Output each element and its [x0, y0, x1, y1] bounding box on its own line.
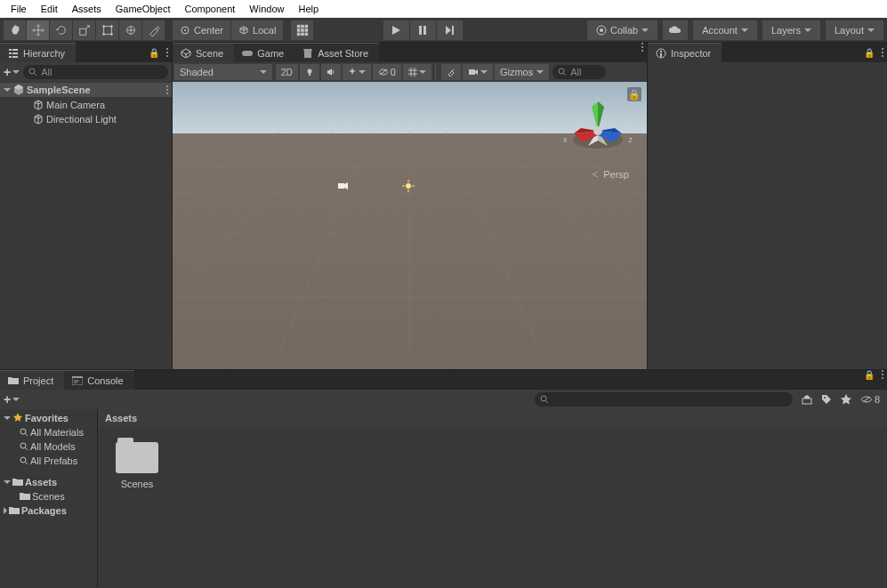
- create-dropdown[interactable]: +: [4, 392, 20, 407]
- expand-icon: [4, 480, 11, 484]
- hidden-count[interactable]: 8: [857, 391, 883, 407]
- scene-tab[interactable]: Scene: [173, 43, 234, 62]
- orientation-gizmo[interactable]: y x z Persp: [558, 91, 638, 180]
- cube-icon: [32, 99, 44, 111]
- inspector-title: Inspector: [671, 48, 711, 59]
- camera-gizmo-icon: [337, 181, 350, 190]
- persp-toggle[interactable]: Persp: [591, 169, 629, 180]
- audio-toggle[interactable]: [321, 64, 341, 80]
- panel-menu-icon[interactable]: [163, 48, 172, 57]
- shading-dropdown[interactable]: Shaded: [174, 64, 272, 80]
- rotate-tool[interactable]: [50, 20, 73, 40]
- play-button[interactable]: [383, 20, 410, 40]
- folder-scenes[interactable]: Scenes: [109, 438, 165, 489]
- panel-menu-icon[interactable]: [878, 48, 887, 57]
- menu-edit[interactable]: Edit: [34, 4, 65, 14]
- collab-dropdown[interactable]: Collab: [587, 20, 657, 40]
- pause-button[interactable]: [410, 20, 437, 40]
- hierarchy-panel: Hierarchy 🔒 + All SampleScene Main Camer…: [0, 43, 173, 369]
- scale-tool[interactable]: [73, 20, 96, 40]
- favorites-row[interactable]: Favorites: [0, 411, 97, 425]
- lock-icon[interactable]: 🔒: [860, 48, 878, 58]
- camera-toggle[interactable]: [463, 64, 493, 80]
- fav-prefabs[interactable]: All Prefabs: [0, 454, 97, 468]
- create-dropdown[interactable]: +: [4, 65, 20, 79]
- layout-dropdown[interactable]: Layout: [826, 20, 883, 40]
- axis-z-label: z: [629, 135, 633, 144]
- gizmos-dropdown[interactable]: Gizmos: [495, 64, 549, 80]
- tools-toggle[interactable]: [441, 64, 461, 80]
- game-tab[interactable]: Game: [234, 43, 294, 62]
- hierarchy-item-light[interactable]: Directional Light: [0, 112, 172, 126]
- panel-menu-icon[interactable]: [638, 43, 647, 62]
- svg-rect-64: [802, 399, 811, 404]
- search-icon: [20, 428, 28, 437]
- scenes-folder[interactable]: Scenes: [0, 489, 97, 503]
- layers-dropdown[interactable]: Layers: [762, 20, 820, 40]
- lock-icon[interactable]: 🔒: [145, 48, 163, 58]
- assets-row[interactable]: Assets: [0, 475, 97, 489]
- scene-search[interactable]: All: [552, 65, 606, 79]
- fav-models[interactable]: All Models: [0, 439, 97, 454]
- hierarchy-tab[interactable]: Hierarchy: [0, 43, 76, 62]
- menu-file[interactable]: File: [4, 4, 34, 14]
- menu-gameobject[interactable]: GameObject: [109, 4, 178, 14]
- hand-tool[interactable]: [4, 20, 27, 40]
- expand-icon: [4, 88, 11, 92]
- console-tab[interactable]: Console: [64, 370, 133, 390]
- custom-tool[interactable]: [142, 20, 165, 40]
- menu-help[interactable]: Help: [291, 4, 326, 14]
- scene-menu-icon[interactable]: [163, 85, 172, 94]
- svg-rect-13: [301, 28, 304, 32]
- scene-viewport[interactable]: 🔒 y x z Pe: [173, 82, 647, 369]
- panel-menu-icon[interactable]: [878, 370, 887, 390]
- inspector-tab[interactable]: Inspector: [648, 43, 722, 62]
- folder-icon: [7, 375, 20, 387]
- 2d-toggle[interactable]: 2D: [276, 64, 298, 80]
- inspector-panel: Inspector 🔒: [647, 43, 887, 369]
- favorite-icon[interactable]: [837, 391, 855, 407]
- project-search[interactable]: [535, 392, 793, 407]
- filter-label-icon[interactable]: [818, 391, 835, 407]
- pivot-local[interactable]: Local: [231, 20, 284, 40]
- scene-row[interactable]: SampleScene: [0, 83, 172, 97]
- lighting-toggle[interactable]: [300, 64, 319, 80]
- play-controls: [383, 20, 464, 40]
- snap-tool[interactable]: [291, 20, 314, 40]
- filter-type-icon[interactable]: [798, 391, 816, 407]
- svg-point-49: [406, 183, 411, 189]
- menu-assets[interactable]: Assets: [65, 4, 109, 14]
- inspector-icon: [655, 47, 667, 60]
- step-button[interactable]: [437, 20, 464, 40]
- svg-rect-17: [304, 32, 308, 36]
- asset-store-tab[interactable]: Asset Store: [294, 43, 379, 62]
- cube-icon: [32, 113, 44, 125]
- project-tab[interactable]: Project: [0, 370, 64, 390]
- hidden-toggle[interactable]: 0: [373, 64, 401, 80]
- packages-row[interactable]: Packages: [0, 503, 97, 518]
- grid-toggle[interactable]: [403, 64, 431, 80]
- move-tool[interactable]: [27, 20, 50, 40]
- right-toolbar: Collab Account Layers Layout: [587, 20, 883, 40]
- pivot-center[interactable]: Center: [173, 20, 231, 40]
- hierarchy-item-camera[interactable]: Main Camera: [0, 98, 172, 112]
- fav-materials[interactable]: All Materials: [0, 425, 97, 439]
- breadcrumb[interactable]: Assets: [98, 409, 887, 427]
- account-dropdown[interactable]: Account: [693, 20, 757, 40]
- fx-toggle[interactable]: [343, 64, 371, 80]
- transform-tool[interactable]: [119, 20, 142, 40]
- project-tree: Favorites All Materials All Models All P…: [0, 409, 98, 587]
- folder-icon: [9, 506, 20, 515]
- lock-icon[interactable]: 🔒: [860, 370, 878, 390]
- svg-rect-60: [72, 376, 83, 378]
- cloud-button[interactable]: [663, 20, 688, 40]
- svg-rect-14: [304, 28, 308, 32]
- svg-rect-1: [103, 26, 111, 34]
- bottom-area: Project Console 🔒 + 8 Favorites All: [0, 369, 887, 587]
- menu-window[interactable]: Window: [242, 4, 291, 14]
- pivot-tools: Center Local: [173, 20, 284, 40]
- menu-component[interactable]: Component: [177, 4, 242, 14]
- svg-rect-34: [469, 69, 475, 75]
- hierarchy-search[interactable]: All: [23, 65, 168, 79]
- rect-tool[interactable]: [96, 20, 119, 40]
